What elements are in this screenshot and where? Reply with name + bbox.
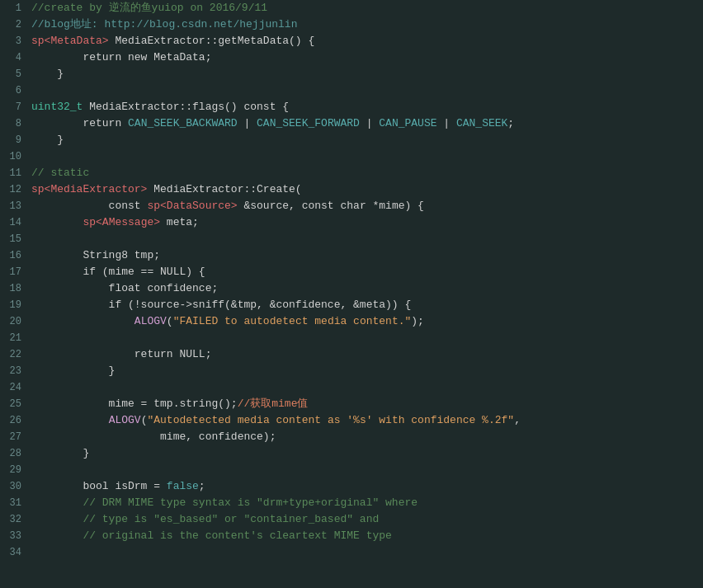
line-number: 3: [0, 33, 31, 49]
line-number: 31: [0, 495, 31, 511]
line-number: 25: [0, 396, 31, 412]
line-content: return new MetaData;: [31, 49, 703, 66]
code-line: 2//blog地址: http://blog.csdn.net/hejjunli…: [0, 16, 703, 33]
line-number: 10: [0, 148, 31, 165]
line-content: bool isDrm = false;: [31, 478, 703, 495]
line-number: 4: [0, 49, 31, 66]
line-content: // type is "es_based" or "container_base…: [31, 511, 703, 528]
line-number: 6: [0, 82, 31, 99]
line-content: if (!source->sniff(&tmp, &confidence, &m…: [31, 297, 703, 313]
code-line: 20 ALOGV("FAILED to autodetect media con…: [0, 313, 703, 330]
line-number: 29: [0, 462, 31, 478]
line-number: 19: [0, 297, 31, 313]
line-content: // original is the content's cleartext M…: [31, 528, 703, 544]
line-content: [31, 330, 703, 346]
code-line: 1//create by 逆流的鱼yuiop on 2016/9/11: [0, 0, 703, 16]
line-number: 22: [0, 346, 31, 363]
code-line: 25 mime = tmp.string();//获取mime值: [0, 396, 703, 412]
code-line: 3sp<MetaData> MediaExtractor::getMetaDat…: [0, 33, 703, 49]
line-content: [31, 82, 703, 99]
line-number: 5: [0, 66, 31, 82]
line-content: ALOGV("FAILED to autodetect media conten…: [31, 313, 703, 330]
line-content: //create by 逆流的鱼yuiop on 2016/9/11: [31, 0, 703, 16]
code-line: 6: [0, 82, 703, 99]
line-number: 2: [0, 16, 31, 33]
line-content: return NULL;: [31, 346, 703, 363]
line-content: ALOGV("Autodetected media content as '%s…: [31, 412, 703, 429]
line-number: 8: [0, 115, 31, 132]
line-content: // static: [31, 165, 703, 181]
line-content: uint32_t MediaExtractor::flags() const {: [31, 99, 703, 115]
line-content: }: [31, 132, 703, 148]
line-content: //blog地址: http://blog.csdn.net/hejjunlin: [31, 16, 703, 33]
line-number: 9: [0, 132, 31, 148]
code-line: 15: [0, 231, 703, 247]
line-content: sp<MediaExtractor> MediaExtractor::Creat…: [31, 181, 703, 198]
line-number: 18: [0, 280, 31, 297]
line-content: const sp<DataSource> &source, const char…: [31, 198, 703, 214]
line-content: [31, 544, 703, 561]
line-number: 1: [0, 0, 31, 16]
code-line: 18 float confidence;: [0, 280, 703, 297]
line-content: if (mime == NULL) {: [31, 264, 703, 280]
code-line: 31 // DRM MIME type syntax is "drm+type+…: [0, 495, 703, 511]
line-content: String8 tmp;: [31, 247, 703, 264]
code-line: 8 return CAN_SEEK_BACKWARD | CAN_SEEK_FO…: [0, 115, 703, 132]
code-line: 24: [0, 379, 703, 396]
line-number: 32: [0, 511, 31, 528]
line-content: [31, 379, 703, 396]
line-number: 12: [0, 181, 31, 198]
code-line: 30 bool isDrm = false;: [0, 478, 703, 495]
line-content: mime = tmp.string();//获取mime值: [31, 396, 703, 412]
code-line: 22 return NULL;: [0, 346, 703, 363]
code-line: 12sp<MediaExtractor> MediaExtractor::Cre…: [0, 181, 703, 198]
line-content: // DRM MIME type syntax is "drm+type+ori…: [31, 495, 703, 511]
line-content: [31, 231, 703, 247]
line-number: 34: [0, 544, 31, 561]
code-line: 16 String8 tmp;: [0, 247, 703, 264]
line-number: 20: [0, 313, 31, 330]
line-content: }: [31, 363, 703, 379]
line-number: 24: [0, 379, 31, 396]
line-number: 21: [0, 330, 31, 346]
line-number: 16: [0, 247, 31, 264]
code-line: 28 }: [0, 445, 703, 462]
code-line: 11// static: [0, 165, 703, 181]
code-line: 29: [0, 462, 703, 478]
code-line: 10: [0, 148, 703, 165]
line-number: 17: [0, 264, 31, 280]
code-line: 33 // original is the content's cleartex…: [0, 528, 703, 544]
line-number: 13: [0, 198, 31, 214]
code-line: 27 mime, confidence);: [0, 429, 703, 445]
line-number: 33: [0, 528, 31, 544]
line-content: sp<AMessage> meta;: [31, 214, 703, 231]
code-line: 21: [0, 330, 703, 346]
code-line: 32 // type is "es_based" or "container_b…: [0, 511, 703, 528]
line-content: return CAN_SEEK_BACKWARD | CAN_SEEK_FORW…: [31, 115, 703, 132]
line-content: [31, 148, 703, 165]
code-line: 19 if (!source->sniff(&tmp, &confidence,…: [0, 297, 703, 313]
line-number: 23: [0, 363, 31, 379]
code-line: 17 if (mime == NULL) {: [0, 264, 703, 280]
code-editor: 1//create by 逆流的鱼yuiop on 2016/9/112//bl…: [0, 0, 703, 588]
code-line: 4 return new MetaData;: [0, 49, 703, 66]
line-number: 14: [0, 214, 31, 231]
line-content: }: [31, 445, 703, 462]
code-line: 7uint32_t MediaExtractor::flags() const …: [0, 99, 703, 115]
line-content: float confidence;: [31, 280, 703, 297]
line-content: }: [31, 66, 703, 82]
line-number: 7: [0, 99, 31, 115]
line-number: 26: [0, 412, 31, 429]
code-line: 14 sp<AMessage> meta;: [0, 214, 703, 231]
line-number: 15: [0, 231, 31, 247]
line-content: mime, confidence);: [31, 429, 703, 445]
line-number: 27: [0, 429, 31, 445]
line-number: 11: [0, 165, 31, 181]
line-number: 30: [0, 478, 31, 495]
line-number: 28: [0, 445, 31, 462]
code-line: 23 }: [0, 363, 703, 379]
code-line: 34: [0, 544, 703, 561]
line-content: [31, 462, 703, 478]
code-line: 9 }: [0, 132, 703, 148]
code-line: 5 }: [0, 66, 703, 82]
